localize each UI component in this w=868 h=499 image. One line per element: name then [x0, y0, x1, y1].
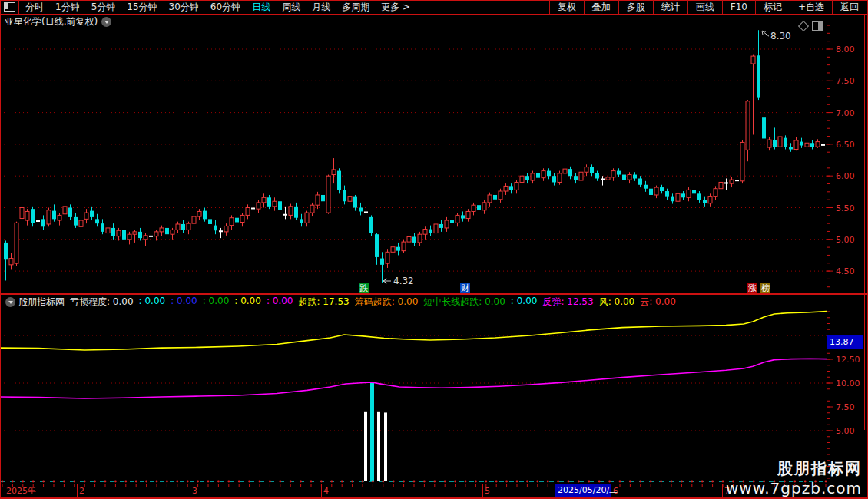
indicator-bar — [377, 412, 380, 481]
indicator-field: 筹码超跌: 0.00 — [355, 296, 419, 309]
candle — [542, 171, 545, 178]
period-tab[interactable]: 更多 > — [381, 1, 410, 14]
candle — [278, 201, 282, 210]
candle — [58, 215, 61, 220]
candle — [767, 140, 771, 147]
collapse-chevron-icon[interactable] — [5, 297, 15, 307]
period-tab[interactable]: 1分钟 — [55, 1, 80, 14]
candle — [273, 201, 277, 207]
toolbar-button[interactable]: 复权 — [549, 0, 584, 14]
candle — [778, 137, 782, 147]
candle — [402, 242, 406, 251]
toolbar-button[interactable]: 画线 — [687, 0, 722, 14]
candles-layer — [4, 30, 825, 283]
candle — [525, 176, 529, 180]
candle — [515, 182, 518, 190]
fantan-line — [0, 359, 827, 398]
period-tabs: 分时1分钟5分钟15分钟30分钟60分钟日线周线月线多周期更多 > — [25, 1, 410, 14]
month-label: 5 — [485, 486, 490, 496]
period-tab[interactable]: 60分钟 — [210, 1, 240, 14]
candle — [482, 203, 486, 210]
divider-tag[interactable]: 涨 — [747, 283, 757, 293]
period-tab[interactable]: 日线 — [252, 1, 270, 14]
period-tab[interactable]: 30分钟 — [169, 1, 199, 14]
candle — [111, 228, 115, 236]
watermark-url: www.7gpzb.com — [726, 479, 862, 497]
indicator-tick-label: 7.50 — [836, 402, 855, 412]
window-layout-icon[interactable] — [0, 0, 19, 14]
candle — [644, 185, 648, 189]
toolbar-button[interactable]: F10 — [722, 0, 755, 14]
period-tab[interactable]: 5分钟 — [91, 1, 116, 14]
candle — [536, 173, 540, 178]
period-tab[interactable]: 分时 — [25, 1, 44, 14]
candle — [165, 228, 169, 234]
candle — [590, 167, 594, 173]
candle — [117, 230, 121, 236]
toolbar-button[interactable]: 标记 — [755, 0, 790, 14]
candle — [133, 232, 137, 234]
candle — [321, 195, 325, 201]
indicator-bar — [370, 382, 374, 481]
divider-tag[interactable]: 财 — [460, 283, 470, 293]
divider-tag[interactable]: 跌 — [359, 283, 369, 293]
month-label: 4 — [323, 486, 329, 496]
period-tab[interactable]: 15分钟 — [127, 1, 157, 14]
candle — [396, 247, 400, 251]
period-tab[interactable]: 月线 — [312, 1, 330, 14]
price-tick-label: 5.50 — [836, 203, 855, 213]
candle — [332, 170, 336, 175]
divider-tag[interactable]: 榜 — [760, 283, 770, 293]
candle — [353, 197, 357, 208]
candle — [800, 142, 803, 146]
candle — [461, 215, 465, 218]
candle — [128, 234, 131, 240]
candle — [257, 203, 260, 209]
period-tab[interactable]: 多周期 — [342, 1, 369, 14]
candle — [224, 226, 228, 231]
candle — [628, 175, 631, 180]
candle — [106, 228, 110, 233]
trading-app-window: 8.007.507.006.506.005.505.004.5012.5010.… — [0, 0, 868, 499]
candle — [47, 210, 51, 224]
toolbar-button[interactable]: 多股 — [618, 0, 653, 14]
candle — [423, 230, 427, 235]
candle — [595, 173, 599, 179]
period-tab[interactable]: 周线 — [282, 1, 300, 14]
candle — [794, 140, 798, 150]
toolbar-right-menu: 复权叠加多股统计画线F10标记+自选返回 — [549, 0, 866, 14]
candle — [407, 236, 411, 242]
toolbar-button[interactable]: 叠加 — [584, 0, 618, 14]
panels-icon[interactable] — [812, 21, 823, 31]
toolbar-button[interactable]: +自选 — [790, 0, 832, 14]
price-tick-label: 6.00 — [836, 171, 855, 181]
high-annotation: 8.30 — [770, 31, 791, 41]
candle — [574, 176, 578, 180]
indicator-fields: 亏损程度: 0.00: 0.00: 0.00: 0.00: 0.00: 0.00… — [70, 296, 676, 309]
candle — [79, 220, 83, 226]
toolbar: 分时1分钟5分钟15分钟30分钟60分钟日线周线月线多周期更多 > 复权叠加多股… — [0, 0, 866, 14]
symbol-title[interactable]: 亚星化学(日线.前复权) — [5, 15, 98, 28]
candle — [310, 205, 314, 213]
candle — [267, 197, 271, 207]
indicator-tick-label: 10.00 — [836, 378, 860, 388]
candle — [418, 234, 422, 243]
candle — [714, 189, 717, 197]
candle — [579, 172, 583, 180]
candle — [816, 142, 820, 147]
candle — [703, 200, 707, 203]
indicator-field: 短中长线超跌: 0.00 — [423, 296, 505, 309]
toolbar-button[interactable]: 统计 — [653, 0, 687, 14]
chevron-down-icon[interactable] — [101, 17, 111, 27]
candle — [552, 176, 556, 182]
candle — [477, 205, 481, 210]
toolbar-button[interactable]: 返回 — [832, 0, 866, 14]
price-tick-label: 5.00 — [836, 235, 855, 245]
candle — [337, 171, 341, 190]
candle — [681, 193, 685, 197]
candle — [90, 211, 94, 217]
split-window-icon — [4, 2, 15, 12]
price-tick-label: 7.00 — [836, 108, 855, 118]
candle — [187, 223, 190, 230]
month-label: 2 — [79, 486, 84, 496]
